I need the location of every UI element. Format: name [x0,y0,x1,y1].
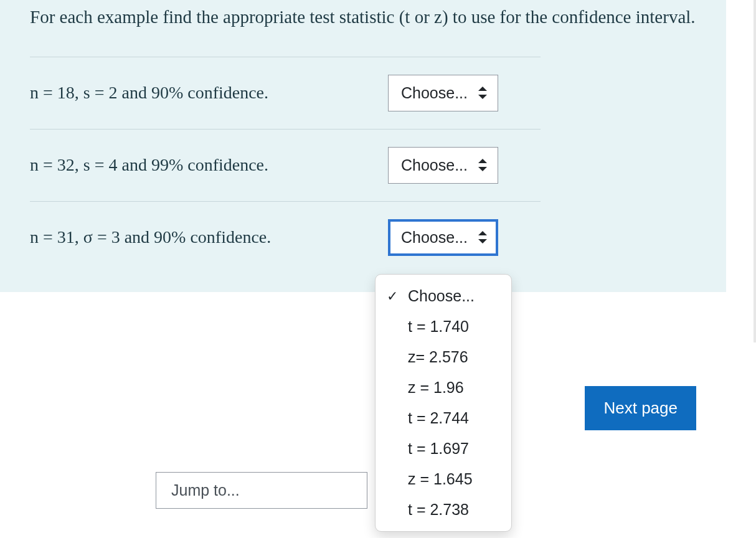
answer-select-wrap: Choose... [388,147,498,184]
sort-icon [478,231,487,243]
sort-icon [478,159,487,171]
jump-to-label: Jump to... [171,481,240,499]
dropdown-option[interactable]: z = 1.96 [376,372,511,403]
dropdown-option-label: t = 1.697 [408,440,469,457]
next-page-button[interactable]: Next page [585,386,696,430]
answer-select[interactable]: Choose... [388,219,498,256]
row-prompt: n = 18, s = 2 and 90% confidence. [30,83,388,103]
jump-to-select[interactable]: Jump to... [156,472,367,509]
table-row: n = 31, σ = 3 and 90% confidence. Choose… [30,201,541,273]
dropdown-option-label: z= 2.576 [408,348,468,366]
answer-select-wrap: Choose... [388,75,498,111]
dropdown-option[interactable]: ✓ Choose... [376,281,511,311]
check-icon: ✓ [387,288,398,304]
table-row: n = 18, s = 2 and 90% confidence. Choose… [30,57,541,129]
dropdown-option[interactable]: t = 2.744 [376,403,511,433]
matching-table: n = 18, s = 2 and 90% confidence. Choose… [30,57,541,273]
answer-select-value: Choose... [401,229,468,247]
dropdown-option[interactable]: z= 2.576 [376,342,511,372]
dropdown-option-label: Choose... [408,287,475,304]
question-panel: For each example find the appropriate te… [0,0,726,292]
answer-select[interactable]: Choose... [388,147,498,184]
dropdown-option-label: t = 1.740 [408,318,469,335]
row-prompt: n = 31, σ = 3 and 90% confidence. [30,227,388,247]
dropdown-option-label: t = 2.738 [408,501,469,518]
dropdown-option[interactable]: t = 1.740 [376,311,511,342]
dropdown-option-label: z = 1.96 [408,379,464,396]
answer-select-wrap: Choose... [388,219,498,256]
question-prompt: For each example find the appropriate te… [30,2,696,32]
table-row: n = 32, s = 4 and 99% confidence. Choose… [30,129,541,201]
row-prompt: n = 32, s = 4 and 99% confidence. [30,155,388,175]
dropdown-option-label: t = 2.744 [408,409,469,427]
answer-select[interactable]: Choose... [388,75,498,111]
dropdown-option[interactable]: z = 1.645 [376,464,511,494]
dropdown-option[interactable]: t = 2.738 [376,494,511,525]
sort-icon [478,87,487,99]
dropdown-option[interactable]: t = 1.697 [376,433,511,464]
scrollbar-track [754,0,756,342]
answer-select-value: Choose... [401,156,468,174]
answer-dropdown-menu: ✓ Choose... t = 1.740 z= 2.576 z = 1.96 … [375,274,512,532]
dropdown-option-label: z = 1.645 [408,470,473,488]
answer-select-value: Choose... [401,84,468,102]
